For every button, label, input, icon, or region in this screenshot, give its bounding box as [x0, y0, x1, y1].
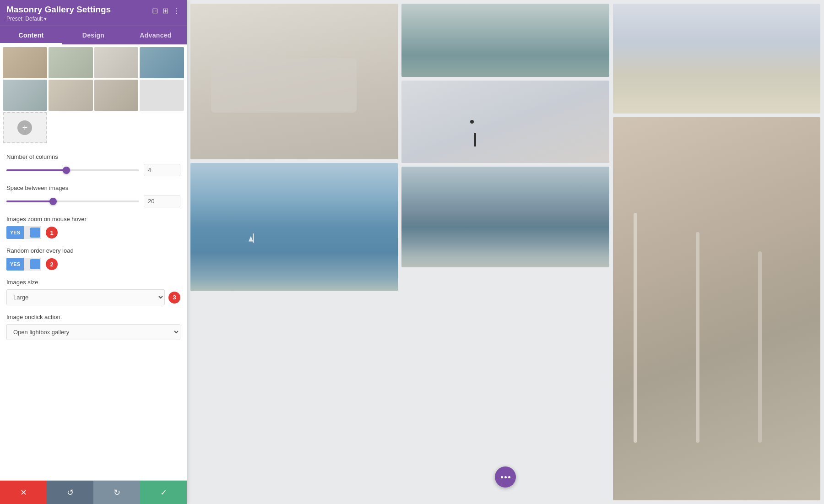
columns-label: Number of columns	[6, 153, 180, 160]
columns-control: Number of columns	[6, 153, 180, 176]
zoom-hover-label: Images zoom on mouse hover	[6, 216, 180, 222]
preview-image-4[interactable]	[140, 47, 184, 78]
fab-dot-2	[504, 476, 507, 478]
gallery-item-walker[interactable]	[401, 81, 609, 163]
gallery-item-rope-fence[interactable]	[613, 117, 820, 500]
onclick-select-row: None Open lightbox gallery Open URL	[6, 324, 180, 340]
image-size-label: Images size	[6, 279, 180, 286]
save-button[interactable]: ✓	[140, 481, 187, 504]
spacing-thumb[interactable]	[49, 198, 57, 205]
image-size-select[interactable]: Thumbnail Medium Large Full	[6, 289, 165, 305]
spacing-slider[interactable]	[6, 201, 139, 202]
gallery-item-1[interactable]	[190, 4, 398, 159]
preview-image-7[interactable]	[94, 80, 139, 111]
add-image-button[interactable]: +	[3, 112, 47, 143]
zoom-hover-yes-label: YES	[6, 226, 24, 239]
masonry-gallery	[187, 0, 824, 504]
sidebar: Masonry Gallery Settings Preset: Default…	[0, 0, 187, 504]
preview-image-6[interactable]	[49, 80, 93, 111]
tab-design[interactable]: Design	[62, 26, 125, 44]
zoom-hover-toggle[interactable]: YES	[6, 226, 41, 239]
onclick-select[interactable]: None Open lightbox gallery Open URL	[6, 324, 180, 340]
random-order-label: Random order every load	[6, 247, 180, 254]
gallery-col-3	[613, 4, 820, 500]
cancel-icon: ✕	[20, 488, 27, 498]
more-options-icon[interactable]: ⋮	[173, 6, 180, 15]
preview-image-8[interactable]	[140, 80, 184, 111]
sidebar-preset[interactable]: Preset: Default ▾	[6, 16, 111, 22]
random-order-dot	[30, 259, 40, 269]
sidebar-header-left: Masonry Gallery Settings Preset: Default…	[6, 5, 111, 22]
preview-image-3[interactable]	[94, 47, 139, 78]
responsive-icon[interactable]: ⊡	[152, 6, 158, 15]
redo-icon: ↻	[114, 488, 120, 498]
zoom-hover-dot	[30, 228, 40, 238]
zoom-hover-slider-box	[24, 226, 41, 239]
zoom-hover-badge: 1	[46, 227, 58, 238]
main-content	[187, 0, 824, 504]
add-icon: +	[17, 120, 32, 135]
spacing-label: Space between images	[6, 184, 180, 191]
preview-image-5[interactable]	[3, 80, 47, 111]
tab-advanced[interactable]: Advanced	[125, 26, 187, 44]
fab-dot-1	[501, 476, 503, 478]
sidebar-tabs: Content Design Advanced	[0, 26, 187, 44]
columns-track	[6, 169, 139, 171]
tab-content[interactable]: Content	[0, 26, 62, 44]
onclick-label: Image onclick action.	[6, 314, 180, 320]
redo-button[interactable]: ↻	[93, 481, 140, 504]
save-icon: ✓	[160, 488, 167, 498]
gallery-item-sailing[interactable]	[190, 163, 398, 291]
grid-icon[interactable]: ⊞	[163, 6, 168, 15]
zoom-hover-toggle-row: YES 1	[6, 226, 180, 239]
random-order-badge: 2	[46, 258, 58, 270]
cancel-button[interactable]: ✕	[0, 481, 47, 504]
columns-thumb[interactable]	[63, 167, 70, 174]
sidebar-toolbar: ✕ ↺ ↻ ✓	[0, 480, 187, 504]
spacing-fill	[6, 201, 53, 202]
fab-menu-button[interactable]	[495, 466, 516, 488]
sidebar-controls: Number of columns Space between images	[0, 146, 187, 480]
columns-slider[interactable]	[6, 169, 139, 171]
preset-label: Preset: Default	[6, 16, 43, 22]
undo-button[interactable]: ↺	[47, 481, 93, 504]
gallery-item-desert[interactable]	[613, 4, 820, 114]
spacing-slider-row	[6, 195, 180, 207]
random-order-toggle-row: YES 2	[6, 258, 180, 271]
gallery-col-1	[190, 4, 398, 500]
gallery-item-pier[interactable]	[401, 4, 609, 77]
spacing-value-input[interactable]	[144, 195, 180, 207]
gallery-col-2	[401, 4, 609, 500]
random-order-toggle[interactable]: YES	[6, 258, 41, 271]
zoom-hover-control: Images zoom on mouse hover YES 1	[6, 216, 180, 239]
spacing-control: Space between images	[6, 184, 180, 207]
columns-fill	[6, 169, 66, 171]
columns-slider-row	[6, 164, 180, 176]
fab-dot-3	[508, 476, 510, 478]
preset-arrow-icon: ▾	[44, 16, 47, 22]
random-order-control: Random order every load YES 2	[6, 247, 180, 271]
image-size-badge: 3	[168, 292, 180, 303]
image-size-select-row: Thumbnail Medium Large Full 3	[6, 289, 180, 305]
random-order-slider-box	[24, 258, 41, 271]
onclick-control: Image onclick action. None Open lightbox…	[6, 314, 180, 340]
sidebar-header: Masonry Gallery Settings Preset: Default…	[0, 0, 187, 26]
undo-icon: ↺	[67, 488, 74, 498]
sidebar-header-icons: ⊡ ⊞ ⋮	[152, 6, 180, 15]
sidebar-title: Masonry Gallery Settings	[6, 5, 111, 15]
preview-image-1[interactable]	[3, 47, 47, 78]
random-order-yes-label: YES	[6, 258, 24, 271]
columns-value-input[interactable]	[144, 164, 180, 176]
image-size-control: Images size Thumbnail Medium Large Full …	[6, 279, 180, 305]
gallery-item-gazebo[interactable]	[401, 167, 609, 267]
image-preview-grid: +	[0, 44, 187, 146]
preview-image-2[interactable]	[49, 47, 93, 78]
spacing-track	[6, 201, 139, 202]
